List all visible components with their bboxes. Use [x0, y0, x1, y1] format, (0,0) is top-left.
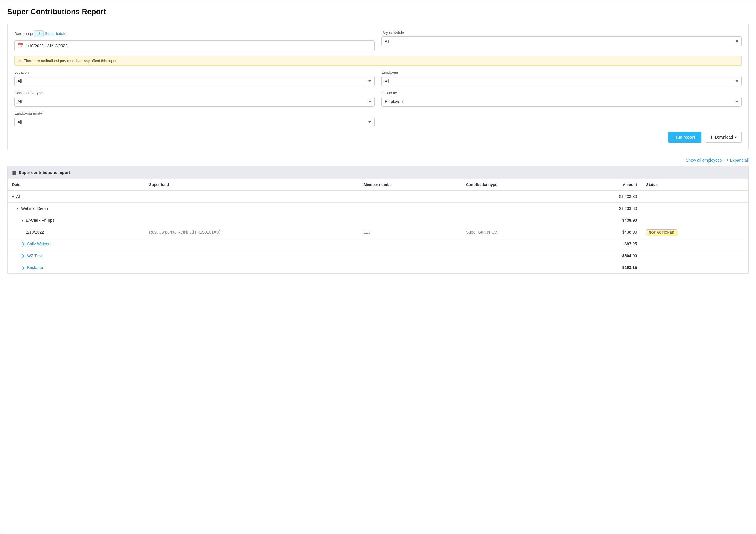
- filter-group-date: Date range ⇄ Super batch 📅 1/10/2022 - 3…: [14, 30, 374, 51]
- super-batch-tab[interactable]: Super batch: [45, 32, 65, 36]
- row-all-contribution-type: [461, 190, 569, 203]
- filter-group-employing-entity: Employing entity All: [14, 111, 374, 127]
- run-report-button[interactable]: Run report: [668, 132, 701, 143]
- contribution-type-select[interactable]: All: [14, 97, 374, 106]
- row-data-contribution-type: Super Guarantee: [461, 226, 569, 238]
- row-eaclerk-status: [641, 214, 748, 226]
- row-wz-member-number: [359, 250, 461, 262]
- table-section: ▦ Super contributions report Date Super …: [7, 166, 749, 274]
- expand-icon[interactable]: ❯: [21, 253, 25, 258]
- table-title-bar: ▦ Super contributions report: [8, 166, 748, 179]
- row-brisbane-status: [641, 262, 748, 274]
- row-wz-contribution-type: [461, 250, 569, 262]
- employee-link-sally[interactable]: Sally Watson: [27, 241, 50, 246]
- filter-panel: Date range ⇄ Super batch 📅 1/10/2022 - 3…: [7, 23, 749, 150]
- collapse-icon[interactable]: ▾: [17, 206, 19, 211]
- row-data-date: 2/10/2022: [8, 226, 145, 238]
- group-by-select[interactable]: Employee: [382, 97, 742, 106]
- pay-schedule-label: Pay schedule: [382, 30, 742, 35]
- row-data-status: NOT ACTIONED: [641, 226, 748, 238]
- expand-icon[interactable]: ❯: [21, 265, 25, 270]
- row-all-amount: $1,233.30: [569, 190, 641, 203]
- calendar-icon: 📅: [17, 43, 23, 48]
- row-all-label: ▾ All: [8, 190, 145, 203]
- col-header-status: Status: [641, 179, 748, 190]
- location-label: Location: [14, 70, 374, 74]
- download-button[interactable]: ⬇ Download ▾: [705, 132, 742, 143]
- row-data-super-fund: Rest Corporate Retained (RES0101AU): [145, 226, 359, 238]
- col-header-amount: Amount: [569, 179, 641, 190]
- row-eaclerk-super-fund: [145, 214, 359, 226]
- location-select[interactable]: All: [14, 76, 374, 86]
- expand-all-link[interactable]: + Expand all: [727, 158, 749, 162]
- row-wz-amount: $504.00: [569, 250, 641, 262]
- filter-group-contribution-type: Contribution type All: [14, 91, 374, 106]
- filter-group-pay-schedule: Pay schedule All: [382, 30, 742, 51]
- download-icon: ⬇: [710, 135, 713, 139]
- row-webinar-status: [641, 203, 748, 214]
- col-header-member-number: Member number: [359, 179, 461, 190]
- filter-row-2: Location All Employee All: [14, 70, 742, 86]
- table-icon: ▦: [12, 170, 16, 175]
- col-header-date: Date: [8, 179, 145, 190]
- date-range-tabs: Date range ⇄ Super batch: [14, 30, 374, 37]
- row-sally-label: ❯ Sally Watson: [8, 238, 145, 250]
- table-row: ▾ All $1,233.30: [8, 190, 748, 203]
- row-webinar-amount: $1,233.30: [569, 203, 641, 214]
- table-header-row: Date Super fund Member number Contributi…: [8, 179, 748, 190]
- row-brisbane-label: ❯ Brisbane: [8, 262, 145, 274]
- expand-icon[interactable]: ❯: [21, 241, 25, 246]
- table-row: ▾ EAClerk Phillips $438.90: [8, 214, 748, 226]
- employee-select[interactable]: All: [382, 76, 742, 86]
- row-brisbane-amount: $193.15: [569, 262, 641, 274]
- contribution-type-label: Contribution type: [14, 91, 374, 95]
- filter-group-location: Location All: [14, 70, 374, 86]
- filter-row-4: Employing entity All: [14, 111, 742, 127]
- employee-link-brisbane[interactable]: Brisbane: [27, 265, 43, 270]
- table-row: ▾ Webinar Demo $1,233.30: [8, 203, 748, 214]
- row-eaclerk-label: ▾ EAClerk Phillips: [8, 214, 145, 226]
- results-header: Show all employees + Expand all: [7, 155, 749, 166]
- show-all-employees-link[interactable]: Show all employees: [686, 158, 722, 162]
- row-eaclerk-amount: $438.90: [569, 214, 641, 226]
- date-range-value: 1/10/2022 - 31/12/2022: [26, 43, 68, 48]
- date-range-tab[interactable]: ⇄: [34, 30, 43, 37]
- table-row: ❯ Brisbane $193.15: [8, 262, 748, 274]
- collapse-icon[interactable]: ▾: [21, 218, 23, 223]
- row-sally-member-number: [359, 238, 461, 250]
- filter-group-spacer: [382, 111, 742, 127]
- table-title: Super contributions report: [19, 170, 70, 175]
- page-title: Super Contributions Report: [7, 7, 749, 16]
- row-brisbane-member-number: [359, 262, 461, 274]
- row-all-status: [641, 190, 748, 203]
- filter-row-3: Contribution type All Group by Employee: [14, 91, 742, 106]
- collapse-icon[interactable]: ▾: [12, 194, 14, 199]
- row-webinar-super-fund: [145, 203, 359, 214]
- col-header-super-fund: Super fund: [145, 179, 359, 190]
- row-sally-status: [641, 238, 748, 250]
- employee-link-wz[interactable]: WZ Test: [27, 253, 42, 258]
- row-brisbane-contribution-type: [461, 262, 569, 274]
- row-wz-status: [641, 250, 748, 262]
- employing-entity-select[interactable]: All: [14, 117, 374, 127]
- arrows-icon: ⇄: [37, 32, 40, 36]
- filter-actions: Run report ⬇ Download ▾: [14, 132, 742, 143]
- table-row: 2/10/2022 Rest Corporate Retained (RES01…: [8, 226, 748, 238]
- filter-group-employee: Employee All: [382, 70, 742, 86]
- warning-icon: ⚠: [18, 58, 22, 63]
- row-webinar-label: ▾ Webinar Demo: [8, 203, 145, 214]
- row-webinar-member-number: [359, 203, 461, 214]
- row-webinar-contribution-type: [461, 203, 569, 214]
- warning-text: There are unfinalised pay runs that may …: [24, 59, 118, 63]
- filter-group-group-by: Group by Employee: [382, 91, 742, 106]
- table-row: ❯ Sally Watson $97.25: [8, 238, 748, 250]
- row-data-member-number: 123: [359, 226, 461, 238]
- row-sally-contribution-type: [461, 238, 569, 250]
- table-row: ❯ WZ Test $504.00: [8, 250, 748, 262]
- dropdown-chevron-icon: ▾: [735, 135, 737, 139]
- date-range-label: Date range: [14, 32, 33, 36]
- status-badge: NOT ACTIONED: [646, 230, 677, 235]
- pay-schedule-select[interactable]: All: [382, 36, 742, 46]
- row-brisbane-super-fund: [145, 262, 359, 274]
- date-range-input[interactable]: 📅 1/10/2022 - 31/12/2022: [14, 41, 374, 51]
